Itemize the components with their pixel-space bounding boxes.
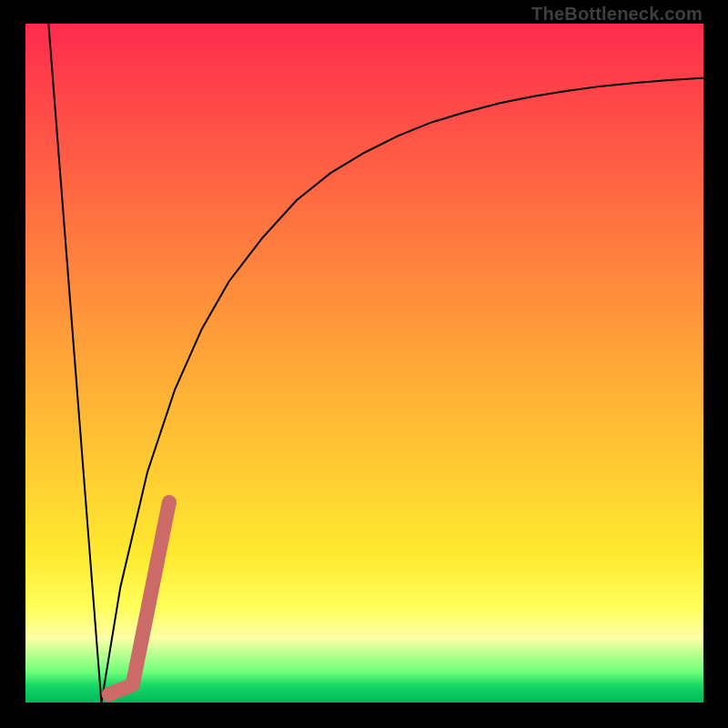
gradient-background [25,24,703,703]
watermark-text: TheBottleneck.com [531,4,703,25]
chart-svg [25,24,703,703]
chart-frame: TheBottleneck.com [0,0,728,728]
plot-area [25,24,703,703]
